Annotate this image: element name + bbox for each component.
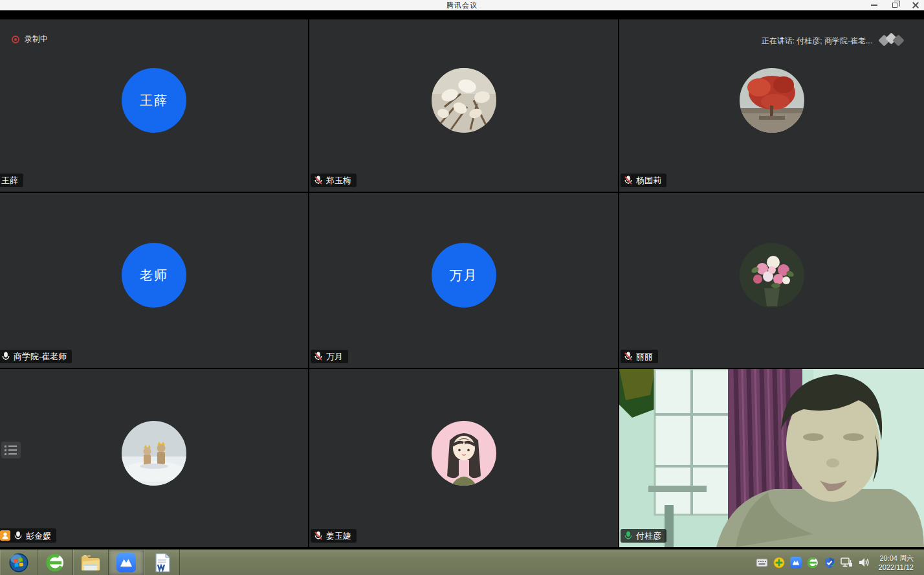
participant-tile[interactable]: 郑玉梅 [309, 19, 618, 192]
avatar-initials: 万月 [450, 267, 478, 284]
participant-tile[interactable]: 老师 商学院-崔老师 [0, 193, 308, 368]
mic-on-icon [14, 531, 23, 541]
avatar-image-cartoon-girl [432, 421, 496, 486]
participant-nametag: 彭金媛 [0, 528, 56, 543]
avatar [122, 421, 186, 486]
antivirus-360-icon[interactable] [773, 557, 785, 569]
restore-icon[interactable] [890, 1, 899, 10]
avatar: 万月 [432, 243, 496, 308]
participant-name: 姜玉婕 [326, 531, 351, 541]
live-video-image [619, 369, 924, 547]
participant-nametag: 王薛 [0, 174, 23, 187]
avatar: 老师 [122, 243, 186, 308]
volume-icon[interactable] [858, 557, 870, 568]
layout-switch-icon[interactable] [879, 34, 907, 48]
participant-name: 彭金媛 [26, 531, 51, 541]
avatar [432, 68, 496, 133]
mic-muted-icon [624, 175, 633, 185]
mic-muted-icon [314, 531, 323, 541]
pc-manager-shield-icon[interactable] [824, 557, 835, 569]
mic-speaking-icon [624, 531, 633, 541]
participant-name: 万月 [326, 352, 343, 361]
recording-label: 录制中 [25, 34, 48, 45]
network-icon[interactable] [841, 557, 853, 568]
participant-tile[interactable]: 姜玉婕 [309, 369, 618, 547]
close-icon[interactable] [911, 1, 920, 10]
participant-tile[interactable]: 万月 万月 [309, 193, 618, 368]
participant-nametag: 万月 [311, 350, 348, 363]
avatar-image-snow-figurines [122, 421, 186, 486]
participant-nametag: 商学院-崔老师 [0, 350, 72, 363]
participant-tile[interactable]: 王薛 王薛 [0, 19, 308, 192]
taskbar-item-explorer[interactable] [73, 550, 109, 575]
avatar [432, 421, 496, 486]
clock-time: 20:04 周六 [879, 554, 914, 563]
mic-muted-icon [314, 175, 323, 185]
tencent-meeting-window: 腾讯会议 王薛 王薛 [0, 0, 924, 575]
live-video-feed [619, 369, 924, 547]
participant-nametag: 丽丽 [621, 350, 658, 363]
record-icon [12, 36, 19, 43]
start-button[interactable] [0, 550, 38, 575]
system-tray: 20:04 周六 2022/11/12 [752, 550, 924, 575]
participant-name: 付桂彦 [636, 531, 661, 541]
window-title: 腾讯会议 [446, 1, 478, 10]
avatar-initials: 老师 [140, 267, 168, 284]
taskbar-item-browser[interactable] [38, 550, 73, 575]
meeting-tray-icon[interactable] [790, 557, 802, 569]
clock-date: 2022/11/12 [879, 563, 914, 572]
participant-tile-active-speaker[interactable]: 付桂彦 [619, 369, 924, 547]
speaking-banner: 正在讲话: 付桂彦; 商学院-崔老... [762, 34, 907, 48]
member-list-button[interactable] [1, 442, 21, 458]
mic-on-icon [1, 352, 10, 361]
tencent-meeting-icon [116, 553, 136, 572]
participant-tile[interactable]: 彭金媛 [0, 369, 308, 547]
folder-icon [80, 554, 101, 572]
taskbar-item-word[interactable] [144, 550, 180, 575]
speaking-label: 正在讲话: 付桂彦; 商学院-崔老... [762, 36, 872, 47]
word-document-icon [153, 553, 171, 572]
recording-indicator: 录制中 [12, 34, 48, 45]
participant-name: 郑玉梅 [326, 175, 351, 185]
input-keyboard-icon[interactable] [756, 558, 768, 567]
participant-name: 王薛 [1, 175, 18, 185]
taskbar: 20:04 周六 2022/11/12 [0, 549, 924, 575]
taskbar-clock[interactable]: 20:04 周六 2022/11/12 [875, 554, 920, 572]
avatar: 王薛 [122, 68, 186, 133]
taskbar-item-meeting[interactable] [109, 550, 144, 575]
browser-360-tray-icon[interactable] [807, 557, 819, 569]
participant-nametag: 付桂彦 [621, 529, 666, 543]
participant-nametag: 杨国莉 [621, 174, 666, 187]
titlebar: 腾讯会议 [0, 0, 924, 10]
participant-name: 商学院-崔老师 [14, 352, 67, 361]
mic-muted-icon [624, 352, 633, 361]
avatar [740, 243, 804, 308]
host-badge-icon [0, 530, 10, 541]
participant-nametag: 郑玉梅 [311, 174, 357, 187]
avatar-image-flower-bouquet [740, 243, 804, 308]
avatar-image-magnolia-flowers [432, 68, 496, 133]
mic-muted-icon [314, 352, 323, 361]
browser-360-icon [45, 553, 65, 572]
participant-name: 杨国莉 [636, 175, 661, 185]
avatar-initials: 王薛 [140, 92, 168, 109]
video-grid: 王薛 王薛 [0, 10, 924, 547]
avatar [740, 68, 804, 133]
participant-nametag: 姜玉婕 [311, 529, 357, 543]
windows-start-icon [8, 552, 29, 573]
avatar-image-red-maple-tree [740, 68, 804, 133]
minimize-icon[interactable] [870, 1, 879, 10]
participant-tile[interactable]: 丽丽 [619, 193, 924, 368]
participant-name: 丽丽 [636, 352, 653, 361]
